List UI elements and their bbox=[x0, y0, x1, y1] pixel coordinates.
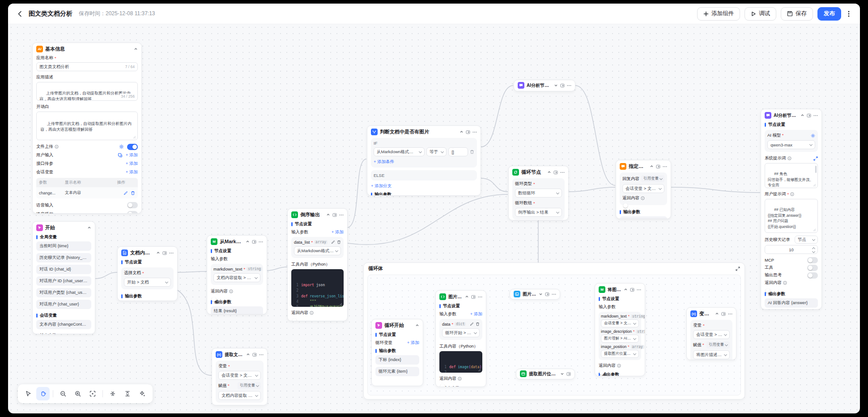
node-doc-extract[interactable]: 文档内容提取 节点设置 选择文档* 开始 > 文档 输出参数 文档内容 {con… bbox=[117, 246, 178, 301]
node-start[interactable]: 开始 全局变量 当前时间 {time} 历史聊天记录 {history_cont… bbox=[32, 221, 95, 334]
chevron-down-icon[interactable] bbox=[560, 372, 564, 376]
param-select[interactable]: 图片理解 > AI 回答内容 bbox=[601, 335, 639, 343]
voice-input-toggle[interactable] bbox=[127, 202, 138, 208]
ref-var-mode-select[interactable]: 引用变量 bbox=[238, 382, 261, 389]
edit-icon[interactable] bbox=[470, 322, 474, 326]
tools-toggle[interactable] bbox=[807, 265, 818, 271]
ref-var-mode-select[interactable]: 引用变量 bbox=[706, 341, 730, 348]
mcp-toggle[interactable] bbox=[807, 257, 818, 263]
python-code-editor[interactable]: 1import json23def reverse_json_list(data… bbox=[291, 269, 344, 307]
more-icon[interactable] bbox=[259, 354, 264, 356]
chevron-up-icon[interactable] bbox=[134, 47, 138, 51]
param-select[interactable]: 提取图片位置信息 > 结果 bbox=[601, 350, 639, 358]
loop-type-select[interactable]: 数组循环 bbox=[515, 189, 562, 198]
condition-op-select[interactable]: 等于 bbox=[426, 147, 447, 156]
zoom-in-tool[interactable] bbox=[71, 387, 85, 400]
file-upload-toggle[interactable] bbox=[127, 144, 138, 150]
chevron-down-icon[interactable] bbox=[539, 292, 543, 296]
panel-icon[interactable] bbox=[721, 312, 726, 316]
chevron-up-icon[interactable] bbox=[624, 288, 628, 292]
add-branch-link[interactable]: + 添加分支 bbox=[367, 183, 481, 190]
more-icon[interactable] bbox=[567, 85, 571, 86]
debug-button[interactable]: 调试 bbox=[745, 7, 776, 21]
expand-icon[interactable] bbox=[813, 156, 818, 161]
save-button[interactable]: 保存 bbox=[781, 7, 813, 21]
data-list-select[interactable]: 从Markdown格式的文本中提... bbox=[294, 246, 341, 255]
doc-select[interactable]: 开始 > 文档 bbox=[124, 278, 171, 287]
panel-icon[interactable] bbox=[553, 170, 558, 175]
ref-var-mode-select[interactable]: 引用变量 bbox=[641, 175, 664, 182]
collapse-nodes-tool[interactable] bbox=[106, 387, 119, 400]
panel-icon[interactable] bbox=[471, 295, 476, 299]
resize-handle-icon[interactable] bbox=[133, 136, 136, 139]
chevron-up-icon[interactable] bbox=[800, 113, 804, 117]
edit-icon[interactable] bbox=[123, 191, 128, 195]
pointer-tool[interactable] bbox=[21, 387, 35, 400]
more-icon[interactable] bbox=[637, 289, 641, 291]
add-user-input-link[interactable]: + 添加 bbox=[126, 152, 138, 158]
reply-content-select[interactable]: 会话变量 > 文本内容 bbox=[622, 184, 664, 193]
panel-icon[interactable] bbox=[466, 130, 470, 134]
app-name-input[interactable]: 图文类文档分析 7 / 64 bbox=[36, 62, 138, 71]
more-icon[interactable] bbox=[339, 214, 344, 216]
param-select[interactable]: 会话变量 > 文本内容 bbox=[601, 319, 639, 327]
gear-icon[interactable] bbox=[811, 133, 815, 138]
publish-button[interactable]: 发布 bbox=[817, 7, 841, 21]
node-from-markdown[interactable]: M 从Markdown格式... 节点设置 输入参数 markdown_text… bbox=[207, 235, 267, 314]
chevron-up-icon[interactable] bbox=[246, 353, 250, 357]
loop-array-select[interactable]: 倒序输出 > 结果 bbox=[515, 208, 562, 217]
assign-value-select[interactable]: 将图片描述插入MarkDown > ... bbox=[693, 350, 730, 359]
more-icon[interactable] bbox=[472, 131, 477, 133]
node-extract-position[interactable]: 提取图片位置信息 bbox=[516, 369, 575, 379]
condition-value-input[interactable]: [] bbox=[448, 147, 468, 156]
panel-icon[interactable] bbox=[566, 372, 571, 376]
more-icon[interactable] bbox=[552, 293, 556, 295]
chevron-up-icon[interactable] bbox=[547, 170, 551, 174]
node-ai-with-image[interactable]: AI分析节点（有图） 节点设置 AI 模型* qwen3-max 系统提示词 #… bbox=[761, 109, 822, 310]
delete-icon[interactable] bbox=[131, 191, 135, 195]
add-param-link[interactable]: + 添加 bbox=[332, 229, 344, 235]
layers-icon[interactable] bbox=[118, 153, 123, 158]
variable-select[interactable]: 会话变量 > 文本内容 bbox=[693, 330, 730, 339]
python-code-editor[interactable]: 1def image(data):23 return [data] bbox=[439, 351, 482, 373]
edit-icon[interactable] bbox=[331, 240, 335, 244]
panel-icon[interactable] bbox=[807, 113, 811, 118]
node-loop[interactable]: 循环节点 循环类型* 数组循环 循环数组* 倒序输出 > 结果 bbox=[508, 166, 569, 220]
add-param-link[interactable]: + 添加 bbox=[470, 311, 482, 317]
panel-icon[interactable] bbox=[560, 83, 565, 88]
more-icon[interactable] bbox=[663, 166, 667, 168]
app-desc-textarea[interactable]: 上传带图片的文档，自动提取图片和分析图片内容，再由大语言模型理解回答 34 / … bbox=[36, 82, 138, 101]
more-icon[interactable] bbox=[259, 241, 263, 243]
resize-handle-icon[interactable] bbox=[813, 228, 816, 232]
chevron-up-icon[interactable] bbox=[415, 323, 419, 327]
node-insert-description[interactable]: M 将图片描述插入Ma... 节点设置 输入参数 markdown_text*s… bbox=[595, 283, 645, 376]
more-icon[interactable] bbox=[728, 313, 732, 315]
distribute-nodes-tool[interactable] bbox=[121, 387, 134, 400]
data-select[interactable]: 循环开始 > 循环元素 bbox=[442, 328, 480, 337]
resize-handle-icon[interactable] bbox=[813, 184, 816, 187]
condition-left-select[interactable]: 从Markdown格式的文本中... bbox=[374, 147, 425, 156]
more-icon[interactable] bbox=[813, 115, 818, 116]
markdown-text-select[interactable]: 文档内容提取 > 文档内容 bbox=[213, 273, 260, 282]
chevron-up-icon[interactable] bbox=[87, 226, 91, 230]
resize-handle-icon[interactable] bbox=[478, 369, 481, 372]
node-extract-text-var[interactable]: {x} 提取文本内容变量 变量* 会话变量 > 文本内容 赋值* 引用变量 文档… bbox=[212, 348, 268, 405]
node-loop-start[interactable]: 循环开始 节点设置 循环变量+ 添加 输出参数 下标 {index} 循环元素 … bbox=[371, 319, 423, 386]
add-condition-link[interactable]: + 添加条件 bbox=[374, 159, 474, 165]
expand-icon[interactable] bbox=[736, 267, 740, 271]
assign-value-select[interactable]: 文档内容提取 > 文档内容 bbox=[218, 391, 261, 400]
variable-select[interactable]: 会话变量 > 文本内容 bbox=[218, 371, 261, 380]
chevron-up-icon[interactable] bbox=[650, 164, 654, 168]
chevron-down-icon[interactable] bbox=[554, 83, 558, 87]
node-image-understand[interactable]: 图片理解 bbox=[510, 289, 560, 300]
node-image-serial[interactable]: 图片串行处理 节点设置 输入参数+ 添加 data*dict 循环开始 > 循环… bbox=[435, 290, 486, 387]
panel-icon[interactable] bbox=[630, 288, 634, 292]
node-reply[interactable]: 指定回复 回复内容 引用变量 会话变量 > 文本内容 返回内容 输出参数 内容 … bbox=[616, 160, 671, 219]
more-icon[interactable] bbox=[478, 296, 482, 298]
chevron-up-icon[interactable] bbox=[326, 213, 330, 217]
chevron-up-icon[interactable] bbox=[465, 295, 469, 299]
chevron-up-icon[interactable] bbox=[156, 251, 160, 255]
add-component-button[interactable]: 添加组件 bbox=[697, 7, 740, 21]
chevron-up-icon[interactable] bbox=[715, 312, 719, 316]
panel-icon[interactable] bbox=[252, 353, 257, 357]
